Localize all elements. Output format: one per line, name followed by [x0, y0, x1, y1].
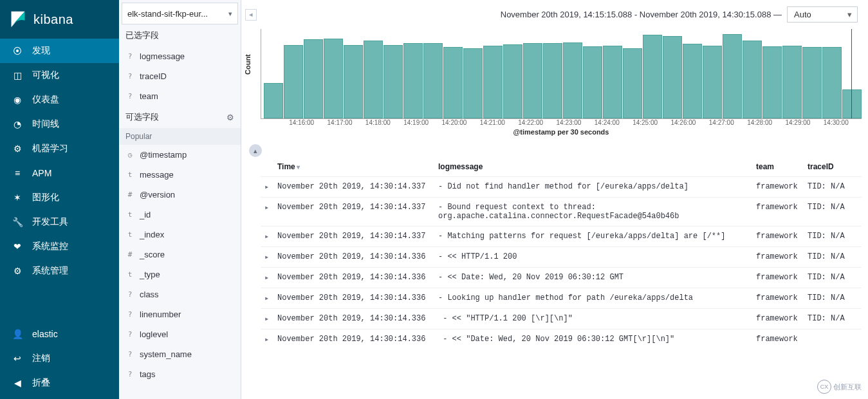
field-item-@timestamp[interactable]: ◷@timestamp: [119, 145, 241, 165]
field-item-message[interactable]: tmessage: [119, 165, 241, 185]
histogram-bar[interactable]: [743, 41, 762, 118]
field-item-_score[interactable]: #_score: [119, 245, 241, 264]
histogram-bar[interactable]: [782, 46, 802, 118]
cell-team: framework: [752, 288, 804, 309]
expand-row-icon[interactable]: ▸: [261, 309, 273, 329]
fields-sidebar: elk-stand-sit-fkp-eur... ▾ 已选字段 ?logmess…: [119, 0, 241, 399]
nav-label: 折叠: [32, 377, 50, 389]
histogram-bar[interactable]: [723, 34, 742, 118]
histogram-bar[interactable]: [284, 45, 303, 118]
nav-item-8[interactable]: ❤系统监控: [0, 234, 119, 259]
histogram-bar[interactable]: [483, 46, 503, 118]
histogram-bar[interactable]: [423, 43, 443, 118]
x-tick: 14:16:00: [282, 119, 320, 126]
nav-footer-item-0[interactable]: 👤elastic: [0, 322, 119, 346]
chart-xlabel: @timestamp per 30 seconds: [261, 126, 862, 138]
cell-traceid: TID: N/A: [804, 268, 862, 288]
field-item-_index[interactable]: t_index: [119, 225, 241, 245]
histogram-bar[interactable]: [663, 36, 682, 118]
field-item-@version[interactable]: #@version: [119, 185, 241, 205]
field-type-icon: ?: [125, 72, 134, 80]
field-item-tags[interactable]: ?tags: [119, 364, 241, 384]
histogram-bar[interactable]: [503, 44, 522, 118]
histogram-bar[interactable]: [762, 46, 782, 118]
field-item-_id[interactable]: t_id: [119, 205, 241, 225]
histogram-bar[interactable]: [802, 47, 822, 118]
nav-footer-item-1[interactable]: ↩注销: [0, 346, 119, 371]
collapse-sidebar-icon[interactable]: ◂: [245, 9, 257, 21]
field-name: _score: [140, 250, 165, 259]
histogram-bar[interactable]: [822, 47, 842, 118]
cell-traceid: TID: N/A: [804, 177, 862, 198]
x-tick: 14:20:00: [435, 119, 473, 126]
histogram-bar[interactable]: [324, 39, 343, 118]
expand-row-icon[interactable]: ▸: [261, 329, 273, 350]
column-header-team[interactable]: team: [752, 157, 804, 177]
column-header-traceid[interactable]: traceID: [804, 157, 862, 177]
nav-icon: ⚙: [12, 265, 23, 277]
nav-item-6[interactable]: ✶图形化: [0, 185, 119, 210]
nav-label: 系统管理: [32, 265, 68, 277]
nav-icon: ⚙: [12, 143, 23, 154]
nav-item-4[interactable]: ⚙机器学习: [0, 136, 119, 161]
field-item-_type[interactable]: t_type: [119, 264, 241, 284]
histogram-bar[interactable]: [304, 39, 323, 118]
column-header-time[interactable]: Time▾: [273, 157, 434, 177]
field-item-team[interactable]: ?team: [119, 86, 241, 106]
cell-logmessage: - << HTTP/1.1 200: [434, 247, 752, 268]
cell-traceid: TID: N/A: [804, 247, 862, 268]
expand-row-icon[interactable]: ▸: [261, 268, 273, 288]
logo[interactable]: kibana: [0, 0, 119, 39]
field-type-icon: #: [125, 250, 134, 259]
field-name: system_name: [140, 349, 192, 359]
nav-footer-item-2[interactable]: ◀折叠: [0, 371, 119, 395]
histogram-bar[interactable]: [703, 46, 722, 118]
histogram-bar[interactable]: [264, 83, 283, 119]
field-item-logmessage[interactable]: ?logmessage: [119, 46, 241, 66]
histogram-bar[interactable]: [543, 43, 562, 118]
nav-item-9[interactable]: ⚙系统管理: [0, 259, 119, 283]
nav-item-1[interactable]: ◫可视化: [0, 63, 119, 88]
index-pattern-selector[interactable]: elk-stand-sit-fkp-eur... ▾: [122, 3, 238, 24]
expand-row-icon[interactable]: ▸: [261, 227, 273, 247]
interval-selector[interactable]: Auto: [787, 6, 858, 23]
cell-logmessage: - Matching patterns for request [/eureka…: [434, 227, 752, 247]
histogram-bar[interactable]: [443, 47, 463, 118]
histogram-bar[interactable]: [583, 46, 602, 118]
expand-row-icon[interactable]: ▸: [261, 177, 273, 198]
nav-item-5[interactable]: ≡APM: [0, 161, 119, 185]
fields-settings-icon[interactable]: ⚙: [226, 113, 234, 122]
histogram-bar[interactable]: [403, 43, 423, 118]
histogram-bar[interactable]: [383, 45, 403, 118]
x-tick: 14:29:00: [779, 119, 817, 126]
nav-item-0[interactable]: ⦿发现: [0, 39, 119, 63]
histogram-bar[interactable]: [603, 46, 622, 118]
expand-row-icon[interactable]: ▸: [261, 288, 273, 309]
scroll-to-top-icon[interactable]: ▴: [249, 144, 262, 157]
nav-item-3[interactable]: ◔时间线: [0, 112, 119, 136]
field-item-loglevel[interactable]: ?loglevel: [119, 324, 241, 344]
histogram-bar[interactable]: [563, 42, 582, 118]
field-name: @version: [140, 190, 175, 200]
histogram-bar[interactable]: [643, 35, 662, 119]
cell-logmessage: - << "HTTP/1.1 200 [\r][\n]": [434, 309, 752, 329]
nav-item-7[interactable]: 🔧开发工具: [0, 210, 119, 234]
histogram-bar[interactable]: [523, 43, 542, 118]
column-header-logmessage[interactable]: logmessage: [434, 157, 752, 177]
nav-item-2[interactable]: ◉仪表盘: [0, 88, 119, 112]
field-item-class[interactable]: ?class: [119, 284, 241, 304]
expand-row-icon[interactable]: ▸: [261, 198, 273, 227]
histogram-bar[interactable]: [683, 44, 702, 118]
expand-row-icon[interactable]: ▸: [261, 247, 273, 268]
watermark: CX 创新互联: [815, 378, 864, 395]
cell-logmessage: - Did not find handler method for [/eure…: [434, 177, 752, 198]
histogram-bar[interactable]: [364, 41, 383, 118]
field-item-linenumber[interactable]: ?linenumber: [119, 304, 241, 324]
histogram-bar[interactable]: [623, 48, 642, 119]
field-item-system_name[interactable]: ?system_name: [119, 344, 241, 364]
field-item-traceID[interactable]: ?traceID: [119, 66, 241, 86]
histogram-bar[interactable]: [344, 45, 363, 118]
cell-traceid: [804, 329, 862, 350]
histogram-bar[interactable]: [463, 48, 483, 119]
x-tick: 14:22:00: [512, 119, 549, 126]
